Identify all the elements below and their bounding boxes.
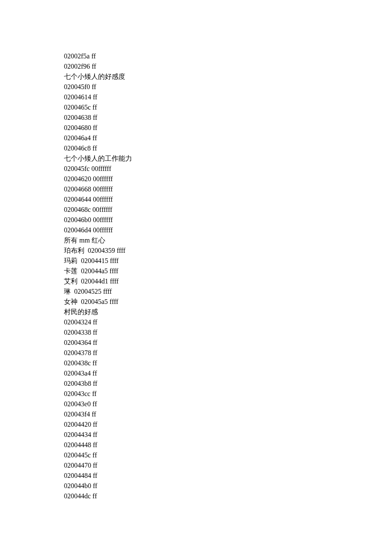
text-line: 七个小矮人的好感度	[64, 72, 392, 82]
text-line: 020046b0 00ffffff	[64, 215, 392, 225]
text-line: 0200438c ff	[64, 358, 392, 368]
text-line: 020044b0 ff	[64, 481, 392, 491]
document-content: 02002f5a ff02002f96 ff七个小矮人的好感度020045f0 …	[64, 51, 392, 501]
text-line: 02004364 ff	[64, 338, 392, 348]
text-line: 0200465c ff	[64, 102, 392, 113]
text-line: 琳 02004525 ffff	[64, 286, 392, 297]
text-line: 02004638 ff	[64, 113, 392, 123]
text-line: 02004378 ff	[64, 348, 392, 358]
text-line: 02004338 ff	[64, 327, 392, 338]
text-line: 艾利 020044d1 ffff	[64, 276, 392, 286]
text-line: 02004420 ff	[64, 419, 392, 430]
text-line: 七个小矮人的工作能力	[64, 153, 392, 164]
text-line: 02004470 ff	[64, 460, 392, 471]
text-line: 020046c8 ff	[64, 143, 392, 153]
text-line: 村民的好感	[64, 307, 392, 317]
text-line: 02004644 00ffffff	[64, 194, 392, 205]
text-line: 020045fc 00ffffff	[64, 164, 392, 174]
text-line: 02002f5a ff	[64, 51, 392, 61]
text-line: 020046a4 ff	[64, 133, 392, 143]
text-line: 卡莲 020044a5 ffff	[64, 266, 392, 276]
text-line: 02004434 ff	[64, 430, 392, 440]
text-line: 02004668 00ffffff	[64, 184, 392, 194]
text-line: 020044dc ff	[64, 491, 392, 501]
text-line: 所有 mm 红心	[64, 235, 392, 246]
text-line: 020043a4 ff	[64, 368, 392, 379]
text-line: 玛莉 02004415 ffff	[64, 256, 392, 266]
text-line: 020043cc ff	[64, 389, 392, 399]
text-line: 020043b8 ff	[64, 379, 392, 389]
text-line: 02004448 ff	[64, 440, 392, 450]
text-line: 020043e0 ff	[64, 399, 392, 409]
text-line: 0200468c 00ffffff	[64, 205, 392, 215]
text-line: 女神 020045a5 ffff	[64, 297, 392, 307]
text-line: 020045f0 ff	[64, 82, 392, 92]
text-line: 02004680 ff	[64, 123, 392, 133]
text-line: 02004620 00ffffff	[64, 174, 392, 184]
text-line: 02004324 ff	[64, 317, 392, 327]
text-line: 02004614 ff	[64, 92, 392, 102]
text-line: 02004484 ff	[64, 471, 392, 481]
text-line: 020043f4 ff	[64, 409, 392, 419]
text-line: 0200445c ff	[64, 450, 392, 460]
text-line: 珀布利 02004359 ffff	[64, 246, 392, 256]
text-line: 02002f96 ff	[64, 61, 392, 72]
text-line: 020046d4 00ffffff	[64, 225, 392, 235]
